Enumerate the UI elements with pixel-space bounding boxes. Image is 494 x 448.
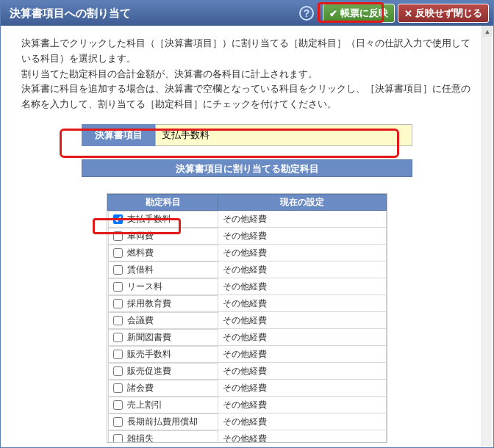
table-row: 採用教育費その他経費 xyxy=(108,295,387,312)
account-checkbox[interactable] xyxy=(113,366,123,376)
dialog-window: 決算書項目への割り当て ? ✔ 帳票に反映 ✕ 反映せず閉じる 決算書上でクリッ… xyxy=(0,0,494,448)
account-cell: 売上割引 xyxy=(108,397,218,413)
check-icon: ✔ xyxy=(329,8,337,19)
account-checkbox[interactable] xyxy=(113,383,123,393)
scroll-up-arrow-icon[interactable]: ▲ xyxy=(482,26,493,37)
table-row: 会議費その他経費 xyxy=(108,312,387,329)
account-checkbox[interactable] xyxy=(113,214,123,224)
help-icon[interactable]: ? xyxy=(299,6,314,21)
close-icon: ✕ xyxy=(404,8,412,19)
setting-cell: その他経費 xyxy=(218,312,387,329)
table-row: 販売促進費その他経費 xyxy=(108,363,387,380)
setting-cell: その他経費 xyxy=(218,430,387,443)
account-cell: 販売手数料 xyxy=(108,346,218,363)
setting-cell: その他経費 xyxy=(218,278,387,295)
setting-cell: その他経費 xyxy=(218,329,387,346)
account-name: 賃借料 xyxy=(127,264,154,276)
account-cell: 賃借料 xyxy=(108,261,218,278)
col-setting-header: 現在の設定 xyxy=(218,194,387,210)
col-account-header: 勘定科目 xyxy=(108,194,218,210)
account-name: 車両費 xyxy=(127,230,154,242)
account-name: 販売促進費 xyxy=(127,365,171,377)
account-name: 諸会費 xyxy=(127,382,154,394)
setting-cell: その他経費 xyxy=(218,397,387,413)
account-name: 売上割引 xyxy=(127,399,162,411)
table-scroll[interactable]: 勘定科目 現在の設定 支払手数料その他経費車両費その他経費燃料費その他経費賃借料… xyxy=(107,193,387,443)
account-cell: 長期前払費用償却 xyxy=(108,413,218,430)
account-name: 会議費 xyxy=(127,314,154,327)
field-label: 決算書項目 xyxy=(82,124,155,146)
instructions-line: 決算書に科目を追加する場合は、決算書で空欄となっている科目をクリックし、［決算書… xyxy=(21,82,473,112)
table-row: 長期前払費用償却その他経費 xyxy=(108,413,387,430)
table-row: 賃借料その他経費 xyxy=(108,261,387,278)
account-cell: 車両費 xyxy=(108,228,218,245)
close-button[interactable]: ✕ 反映せず閉じる xyxy=(398,4,489,23)
table-row: 車両費その他経費 xyxy=(108,228,387,245)
setting-cell: その他経費 xyxy=(218,413,387,430)
setting-cell: その他経費 xyxy=(218,295,387,312)
account-checkbox[interactable] xyxy=(113,434,123,443)
apply-button[interactable]: ✔ 帳票に反映 xyxy=(323,4,395,23)
budget-item-input[interactable] xyxy=(155,124,412,146)
setting-cell: その他経費 xyxy=(218,380,387,397)
account-name: リース料 xyxy=(127,281,162,293)
account-checkbox[interactable] xyxy=(113,282,123,292)
account-checkbox[interactable] xyxy=(113,316,123,325)
apply-button-label: 帳票に反映 xyxy=(340,7,388,20)
account-checkbox[interactable] xyxy=(113,299,123,308)
table-row: 売上割引その他経費 xyxy=(108,397,387,413)
titlebar: 決算書項目への割り当て ? ✔ 帳票に反映 ✕ 反映せず閉じる xyxy=(1,1,493,26)
account-cell: リース料 xyxy=(108,278,218,295)
account-checkbox[interactable] xyxy=(113,350,123,359)
account-cell: 採用教育費 xyxy=(108,295,218,312)
section-header: 決算書項目に割り当てる勘定科目 xyxy=(82,159,412,177)
instructions-line: 割り当てた勘定科目の合計金額が、決算書の各科目に計上されます。 xyxy=(21,67,473,82)
account-checkbox[interactable] xyxy=(113,400,123,410)
table-row: 販売手数料その他経費 xyxy=(108,346,387,363)
account-checkbox[interactable] xyxy=(113,265,123,275)
instructions: 決算書上でクリックした科目（［決算書項目］）に割り当てる［勘定科目］（日々の仕訳… xyxy=(21,36,473,112)
account-cell: 支払手数料 xyxy=(108,211,218,228)
outer-scrollbar[interactable]: ▲ xyxy=(482,26,493,447)
table-row: 燃料費その他経費 xyxy=(108,245,387,261)
table-row: リース料その他経費 xyxy=(108,278,387,295)
setting-cell: その他経費 xyxy=(218,363,387,380)
account-name: 燃料費 xyxy=(127,247,154,259)
account-checkbox[interactable] xyxy=(113,417,123,427)
account-cell: 燃料費 xyxy=(108,245,218,261)
account-checkbox[interactable] xyxy=(113,248,123,258)
instructions-line: 決算書上でクリックした科目（［決算書項目］）に割り当てる［勘定科目］（日々の仕訳… xyxy=(21,36,473,67)
table-row: 支払手数料その他経費 xyxy=(108,210,387,228)
account-cell: 会議費 xyxy=(108,312,218,329)
account-cell: 諸会費 xyxy=(108,380,218,397)
account-name: 販売手数料 xyxy=(127,348,171,361)
table-row: 新聞図書費その他経費 xyxy=(108,329,387,346)
account-name: 採用教育費 xyxy=(127,297,171,310)
setting-cell: その他経費 xyxy=(218,228,387,245)
account-cell: 新聞図書費 xyxy=(108,329,218,346)
account-name: 新聞図書費 xyxy=(127,331,171,344)
close-button-label: 反映せず閉じる xyxy=(415,7,482,20)
account-name: 支払手数料 xyxy=(127,213,171,225)
setting-cell: その他経費 xyxy=(218,346,387,363)
table-row: 雑損失その他経費 xyxy=(108,430,387,443)
account-checkbox[interactable] xyxy=(113,333,123,342)
account-cell: 販売促進費 xyxy=(108,363,218,380)
account-name: 長期前払費用償却 xyxy=(127,416,198,428)
table-row: 諸会費その他経費 xyxy=(108,380,387,397)
accounts-table: 勘定科目 現在の設定 支払手数料その他経費車両費その他経費燃料費その他経費賃借料… xyxy=(107,194,387,443)
setting-cell: その他経費 xyxy=(218,261,387,278)
setting-cell: その他経費 xyxy=(218,245,387,261)
field-row: 決算書項目 xyxy=(82,124,412,146)
dialog-title: 決算書項目への割り当て xyxy=(10,7,299,21)
account-checkbox[interactable] xyxy=(113,231,123,241)
account-cell: 雑損失 xyxy=(108,430,218,443)
account-name: 雑損失 xyxy=(127,433,154,443)
content-area: 決算書上でクリックした科目（［決算書項目］）に割り当てる［勘定科目］（日々の仕訳… xyxy=(1,26,493,447)
setting-cell: その他経費 xyxy=(218,210,387,228)
